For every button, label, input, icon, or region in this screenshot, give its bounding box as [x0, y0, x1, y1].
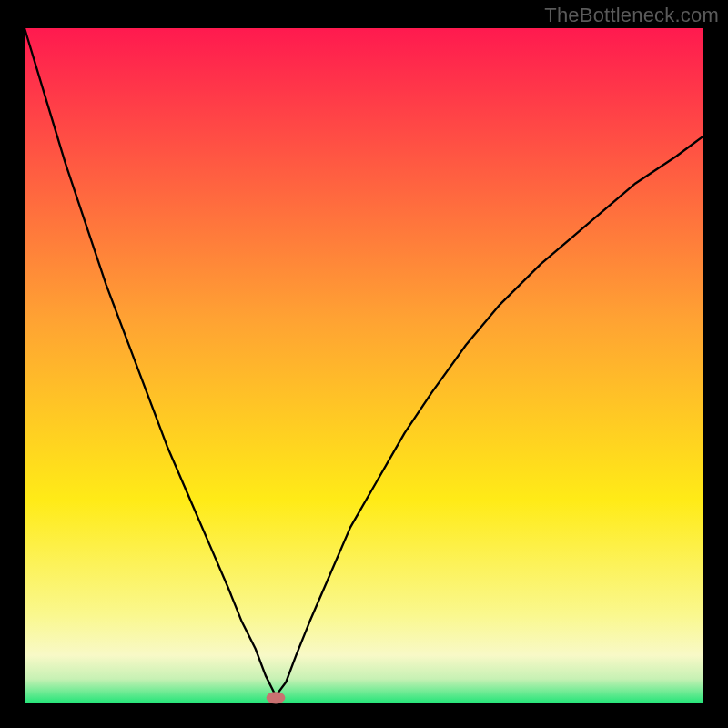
minimum-marker: [267, 692, 286, 703]
watermark-text: TheBottleneck.com: [544, 4, 719, 27]
bottleneck-chart: [0, 0, 728, 728]
plot-background: [25, 28, 703, 703]
chart-stage: TheBottleneck.com: [0, 0, 728, 728]
